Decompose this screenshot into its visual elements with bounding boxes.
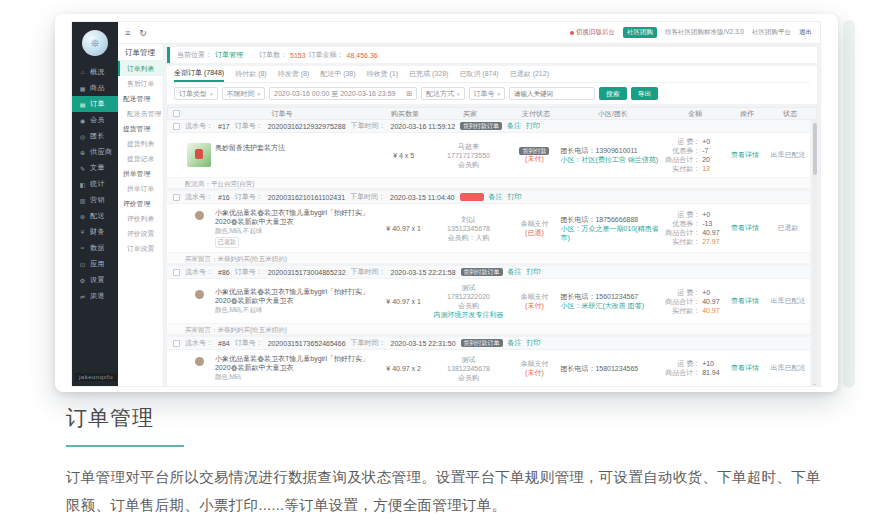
product-name[interactable]: 小象优品童装春装卫衣T恤儿童bygirl「拍好打实」2020春装新款中大童卫衣: [215, 208, 379, 226]
product-name[interactable]: 小象优品童装春装卫衣T恤儿童bygirl「拍好打实」2020春装新款中大童卫衣: [215, 354, 379, 372]
sidebar-item-label: 配送: [90, 211, 105, 221]
tab-已退款[interactable]: 已退款 (212): [510, 69, 549, 81]
date-range-picker[interactable]: 2020-03-16 00:00 至 2020-03-16 23:59⊞: [269, 87, 417, 100]
sidebar-item-orders[interactable]: ▤订单: [72, 96, 118, 112]
filter-select-配送方式[interactable]: 配送方式▾: [421, 87, 465, 100]
order-checkbox[interactable]: [173, 194, 180, 201]
sidebar-item-label: 统计: [90, 179, 105, 189]
column-header-状态: 状态: [768, 109, 812, 119]
product-info: 小象优品童装春装卫衣T恤儿童bygirl「拍好打实」2020春装新款中大童卫衣颜…: [215, 287, 379, 315]
amount-value: 20: [702, 155, 724, 164]
print-link[interactable]: 打印: [527, 338, 541, 348]
filter-select-订单类型[interactable]: 订单类型▾: [174, 87, 218, 100]
buyer-link[interactable]: 内测环境开发专注利器: [429, 310, 509, 319]
buyer-line: 会员购：人购: [429, 233, 509, 242]
logout-link[interactable]: 退出: [799, 28, 812, 37]
note-link[interactable]: 备注: [507, 121, 521, 131]
note-link[interactable]: 备注: [508, 267, 522, 277]
amount-line: 实付款：13: [662, 164, 724, 173]
watermark: jakeunqxfu: [75, 373, 117, 381]
subnav-item-提货列表[interactable]: 提货列表: [118, 136, 163, 151]
print-link[interactable]: 打印: [508, 192, 522, 202]
tab-待付款[interactable]: 待付款 (8): [235, 69, 267, 81]
tab-配送中[interactable]: 配送中 (38): [320, 69, 355, 81]
breadcrumb-location[interactable]: 订单管理: [215, 50, 243, 60]
platform-name: 社区团购平台: [752, 28, 791, 37]
note-link[interactable]: 备注: [489, 192, 503, 202]
view-detail-link[interactable]: 查看详情: [731, 364, 759, 371]
sidebar-item-settings[interactable]: ⚙设置: [72, 272, 118, 288]
sidebar-item-members[interactable]: ◉会员: [72, 112, 118, 128]
sidebar-item-leaders[interactable]: ◎团长: [72, 128, 118, 144]
print-link[interactable]: 打印: [526, 121, 540, 131]
subnav-item-评价列表[interactable]: 评价列表: [118, 211, 163, 226]
amount-label: 商品合计：: [665, 368, 700, 377]
column-header-购买数量: 购买数量: [380, 109, 430, 119]
scrollbar-down-icon[interactable]: ⌄: [812, 380, 817, 386]
table-header: 订单号购买数量买家支付状态小区/团长金额操作状态: [167, 107, 817, 120]
sidebar-item-apps[interactable]: ⊡应用: [72, 256, 118, 272]
print-link[interactable]: 打印: [527, 267, 541, 277]
sidebar-item-data[interactable]: ≈数据: [72, 240, 118, 256]
column-header-小区/团长: 小区/团长: [562, 109, 664, 119]
payment-cell: 余额支付(未付): [508, 359, 560, 377]
order-checkbox[interactable]: [173, 340, 180, 347]
serial-label: 流水号：: [185, 338, 213, 348]
subnav-item-订单列表[interactable]: 订单列表: [118, 61, 163, 76]
product-name[interactable]: 奥妙留香洗护套装方法: [215, 143, 285, 152]
tab-已完成[interactable]: 已完成 (328): [409, 69, 448, 81]
apps-icon: ⊡: [79, 261, 86, 268]
marketing-icon: ▥: [79, 197, 86, 204]
order-checkbox[interactable]: [173, 123, 180, 130]
product-name[interactable]: 小象优品童装春装卫衣T恤儿童bygirl「拍好打实」2020春装新款中大童卫衣: [215, 287, 379, 305]
sidebar-item-delivery[interactable]: ⊛配送: [72, 208, 118, 224]
tab-全部订单[interactable]: 全部订单 (7848): [174, 68, 224, 82]
sidebar-item-overview[interactable]: ⌂概况: [72, 64, 118, 80]
export-button[interactable]: 导出: [631, 87, 659, 100]
sidebar-item-articles[interactable]: ✎文章: [72, 160, 118, 176]
view-detail-link[interactable]: 查看详情: [731, 224, 759, 231]
switch-old-version-link[interactable]: 切换旧版后台: [570, 28, 615, 37]
collapse-menu-icon[interactable]: ≡: [125, 28, 130, 38]
subnav-item-售后订单[interactable]: 售后订单: [118, 76, 163, 91]
subnav-item-配送员管理[interactable]: 配送员管理: [118, 106, 163, 121]
scrollbar-thumb[interactable]: [813, 123, 817, 175]
amount-label: 优惠券：: [672, 219, 700, 228]
search-button[interactable]: 搜索: [599, 87, 627, 100]
select-all-checkbox[interactable]: [173, 110, 180, 117]
community-link[interactable]: 小区：米联汇(大改善 图签): [560, 301, 662, 310]
tab-待发货[interactable]: 待发货 (8): [278, 69, 310, 81]
sidebar-item-stats[interactable]: ◧统计: [72, 176, 118, 192]
order-checkbox[interactable]: [173, 269, 180, 276]
order-time-label: 下单时间：: [351, 338, 386, 348]
view-detail-link[interactable]: 查看详情: [731, 151, 759, 158]
sidebar-item-finance[interactable]: ¥财务: [72, 224, 118, 240]
sidebar-item-suppliers[interactable]: ⊕供应商: [72, 144, 118, 160]
tab-已取消[interactable]: 已取消 (874): [459, 69, 498, 81]
keyword-input[interactable]: [514, 90, 590, 97]
subnav-item-拼单订单[interactable]: 拼单订单: [118, 181, 163, 196]
sidebar-item-label: 供应商: [90, 147, 113, 157]
order-type-badge: 货到付款订单: [460, 122, 502, 130]
view-detail-link[interactable]: 查看详情: [731, 297, 759, 304]
note-link[interactable]: 备注: [508, 338, 522, 348]
filter-select-不限时间[interactable]: 不限时间▾: [222, 87, 266, 100]
order-no: 20200316212932975288: [268, 123, 346, 130]
sidebar-item-marketing[interactable]: ▥营销: [72, 192, 118, 208]
subnav-item-订单设置[interactable]: 订单设置: [118, 241, 163, 256]
order-serial: #17: [218, 123, 230, 130]
community-link[interactable]: 小区：社区(费拉工营 锦兰信苑): [560, 155, 662, 164]
refresh-icon[interactable]: ↻: [139, 28, 147, 38]
subnav-item-提货记录[interactable]: 提货记录: [118, 151, 163, 166]
sidebar-item-channel[interactable]: ⇌渠道: [72, 288, 118, 304]
filter-select-订单号[interactable]: 订单号▾: [469, 87, 506, 100]
sidebar-item-label: 设置: [90, 275, 105, 285]
tab-待收货[interactable]: 待收货 (1): [367, 69, 399, 81]
community-link[interactable]: 小区：万众之星一期010(精惠省市): [560, 224, 662, 242]
product-status-tag: 已退款: [215, 237, 239, 248]
payment-cell: 余额支付(未付): [508, 292, 560, 310]
sidebar-item-goods[interactable]: ▦商品: [72, 80, 118, 96]
amount-value: 40.97: [702, 306, 724, 315]
subnav-item-评价设置[interactable]: 评价设置: [118, 226, 163, 241]
scrollbar[interactable]: ⌄: [812, 120, 817, 386]
